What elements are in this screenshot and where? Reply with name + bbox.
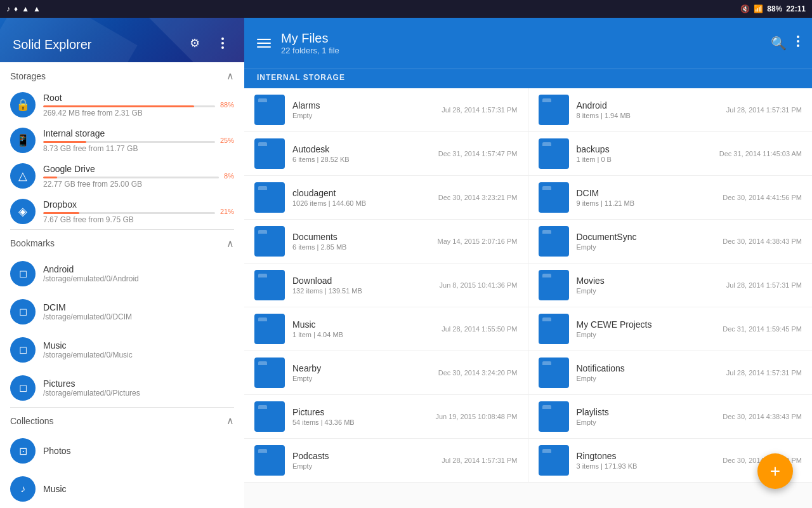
storages-label: Storages: [10, 71, 46, 81]
progress-fill: [43, 212, 79, 214]
file-item[interactable]: Podcasts Empty Jul 28, 2014 1:57:31 PM: [244, 439, 528, 483]
storage-name: Dropbox: [43, 199, 215, 210]
storage-detail: 269.42 MB free from 2.31 GB: [43, 109, 215, 117]
file-item[interactable]: backups 1 item | 0 B Dec 31, 2014 11:45:…: [528, 132, 813, 176]
bookmark-info: Music /storage/emulated/0/Music: [43, 340, 133, 359]
folder-icon: [539, 138, 569, 169]
folder-icon: [254, 314, 285, 344]
search-icon[interactable]: 🔍: [771, 36, 787, 51]
folder-icon: [254, 358, 285, 388]
bookmark-item[interactable]: ◻ Pictures /storage/emulated/0/Pictures: [0, 369, 244, 407]
file-item[interactable]: Music 1 item | 4.04 MB Jul 28, 2014 1:55…: [244, 307, 528, 351]
file-meta: Empty: [577, 375, 721, 382]
toolbar-subtitle: 22 folders, 1 file: [281, 46, 761, 55]
file-date: Jul 28, 2014 1:55:50 PM: [442, 325, 517, 333]
file-info: Android 8 items | 1.94 MB: [577, 100, 721, 119]
file-meta: Empty: [292, 375, 433, 382]
file-info: Alarms Empty: [292, 100, 436, 119]
file-item[interactable]: Documents 6 items | 2.85 MB May 14, 2015…: [244, 220, 528, 264]
storages-section-header[interactable]: Storages ∧: [0, 62, 244, 87]
file-item[interactable]: Nearby Empty Dec 30, 2014 3:24:20 PM: [244, 351, 528, 395]
storage-detail: 22.77 GB free from 25.00 GB: [43, 180, 219, 189]
folder-icon: [254, 182, 285, 213]
file-info: Download 132 items | 139.51 MB: [292, 276, 435, 295]
folder-icon: [539, 358, 569, 388]
bookmark-icon: ◻: [10, 261, 36, 286]
file-grid: Alarms Empty Jul 28, 2014 1:57:31 PM And…: [244, 88, 812, 508]
mute-icon: 🔇: [740, 4, 750, 13]
file-item[interactable]: Alarms Empty Jul 28, 2014 1:57:31 PM: [244, 88, 528, 132]
storage-label: INTERNAL STORAGE: [244, 69, 812, 88]
storage-info: Internal storage 8.73 GB free from 11.77…: [43, 128, 215, 153]
bookmark-item[interactable]: ◻ Music /storage/emulated/0/Music: [0, 331, 244, 369]
file-name: backups: [577, 144, 714, 154]
file-date: Dec 30, 2014 3:23:21 PM: [438, 194, 518, 201]
storage-item[interactable]: 📱 Internal storage 8.73 GB free from 11.…: [0, 123, 244, 158]
file-meta: 9 items | 11.21 MB: [577, 199, 718, 207]
file-item[interactable]: Android 8 items | 1.94 MB Jul 28, 2014 1…: [528, 88, 813, 132]
battery-percent: 88%: [767, 4, 782, 13]
storage-detail: 8.73 GB free from 11.77 GB: [43, 144, 215, 153]
file-info: Ringtones 3 items | 171.93 KB: [577, 451, 718, 470]
file-name: Alarms: [292, 100, 436, 110]
storage-name: Google Drive: [43, 164, 219, 174]
file-info: Notifications Empty: [577, 363, 721, 382]
storage-info: Dropbox 7.67 GB free from 9.75 GB: [43, 199, 215, 224]
bookmarks-section-header[interactable]: Bookmarks ∧: [0, 230, 244, 255]
collection-item[interactable]: ♪ Music: [0, 470, 244, 508]
storage-item[interactable]: ◈ Dropbox 7.67 GB free from 9.75 GB 21%: [0, 194, 244, 229]
folder-icon: [539, 401, 569, 432]
file-item[interactable]: Pictures 54 items | 43.36 MB Jun 19, 201…: [244, 395, 528, 439]
settings-icon[interactable]: ⚙: [186, 34, 204, 52]
storage-info: Root 269.42 MB free from 2.31 GB: [43, 93, 215, 117]
toolbar: My Files 22 folders, 1 file 🔍: [244, 18, 812, 69]
storage-percent: 21%: [220, 208, 234, 215]
file-item[interactable]: cloudagent 1026 items | 144.60 MB Dec 30…: [244, 176, 528, 220]
file-date: Jul 28, 2014 1:57:31 PM: [442, 106, 517, 114]
progress-bar: [43, 105, 215, 107]
folder-icon: [254, 270, 285, 300]
file-date: May 14, 2015 2:07:16 PM: [438, 237, 518, 245]
status-bar: ♪ ♦ ▲ ▲ 🔇 📶 88% 22:11: [0, 0, 812, 18]
file-item[interactable]: DocumentSync Empty Dec 30, 2014 4:38:43 …: [528, 220, 813, 264]
bookmark-path: /storage/emulated/0/Music: [43, 351, 133, 359]
progress-bar: [43, 141, 215, 143]
file-date: Dec 30, 2014 4:38:43 PM: [723, 237, 802, 245]
file-item[interactable]: My CEWE Projects Empty Dec 31, 2014 1:59…: [528, 307, 813, 351]
file-item[interactable]: Download 132 items | 139.51 MB Jun 8, 20…: [244, 264, 528, 307]
file-item[interactable]: DCIM 9 items | 11.21 MB Dec 30, 2014 4:4…: [528, 176, 813, 220]
more-options-icon[interactable]: [214, 34, 232, 52]
bookmark-path: /storage/emulated/0/DCIM: [43, 312, 132, 321]
storage-info: Google Drive 22.77 GB free from 25.00 GB: [43, 164, 219, 189]
overflow-menu-icon[interactable]: [797, 36, 799, 51]
file-name: Pictures: [292, 407, 430, 417]
bookmark-item[interactable]: ◻ Android /storage/emulated/0/Android: [0, 255, 244, 293]
file-item[interactable]: Playlists Empty Dec 30, 2014 4:38:43 PM: [528, 395, 813, 439]
file-item[interactable]: Movies Empty Jul 28, 2014 1:57:31 PM: [528, 264, 813, 307]
collections-section-header[interactable]: Collections ∧: [0, 407, 244, 432]
file-name: Documents: [292, 232, 433, 242]
bookmark-item[interactable]: ◻ DCIM /storage/emulated/0/DCIM: [0, 293, 244, 331]
bookmarks-label: Bookmarks: [10, 238, 55, 248]
storage-item[interactable]: 🔒 Root 269.42 MB free from 2.31 GB 88%: [0, 87, 244, 123]
hamburger-icon[interactable]: [257, 39, 271, 48]
sidebar-header: Solid Explorer ⚙: [0, 18, 244, 62]
collection-item[interactable]: ⊡ Photos: [0, 432, 244, 470]
file-item[interactable]: Autodesk 6 items | 28.52 KB Dec 31, 2014…: [244, 132, 528, 176]
signal-icon: ♪: [6, 4, 10, 13]
storage-item[interactable]: △ Google Drive 22.77 GB free from 25.00 …: [0, 158, 244, 194]
bookmarks-chevron-icon: ∧: [226, 237, 234, 250]
file-item[interactable]: Notifications Empty Jul 28, 2014 1:57:31…: [528, 351, 813, 395]
fab-button[interactable]: +: [757, 453, 793, 489]
progress-bar: [43, 212, 215, 214]
main-content: My Files 22 folders, 1 file 🔍 INTERNAL S…: [244, 18, 812, 508]
file-date: Dec 31, 2014 1:57:47 PM: [438, 150, 518, 157]
wifi-icon: 📶: [754, 4, 763, 13]
collection-name: Photos: [43, 446, 71, 456]
file-info: Podcasts Empty: [292, 451, 436, 470]
storage-detail: 7.67 GB free from 9.75 GB: [43, 215, 215, 224]
bookmark-info: Pictures /storage/emulated/0/Pictures: [43, 378, 140, 398]
file-info: DocumentSync Empty: [577, 232, 718, 251]
file-name: My CEWE Projects: [577, 319, 718, 330]
bookmark-info: Android /storage/emulated/0/Android: [43, 264, 139, 283]
